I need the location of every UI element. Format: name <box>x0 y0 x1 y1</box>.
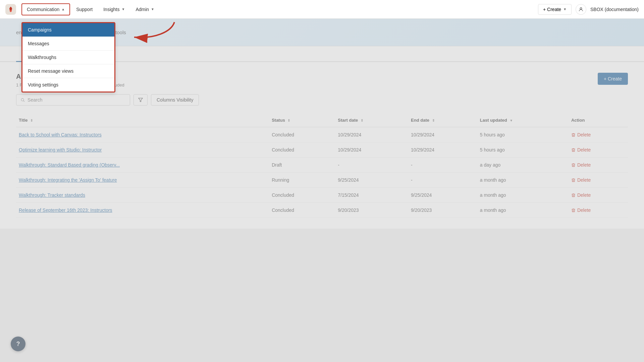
filter-icon <box>138 97 143 103</box>
delete-button-1[interactable]: Delete <box>571 147 591 153</box>
campaign-link-5[interactable]: Release of September 16th 2023: Instruct… <box>19 207 112 213</box>
navbar-create-label: + Create <box>543 7 561 12</box>
cell-status-0: Concluded <box>269 127 335 142</box>
nav-items: Communication ▲ Campaigns Messages Walkt… <box>21 3 538 15</box>
cell-updated-2: a day ago <box>477 158 569 173</box>
cell-updated-4: a month ago <box>477 188 569 203</box>
navbar-create-button[interactable]: + Create ▼ <box>538 4 572 15</box>
start-date-sort-icon[interactable]: ⇕ <box>361 119 363 122</box>
dropdown-item-voting-settings[interactable]: Voting settings <box>22 78 114 92</box>
table-row: Release of September 16th 2023: Instruct… <box>16 203 628 218</box>
th-title: Title ⇕ <box>16 114 269 127</box>
status-sort-icon[interactable]: ⇕ <box>287 119 290 122</box>
nav-item-insights[interactable]: Insights ▼ <box>99 4 129 15</box>
cell-title-4: Walkthrough: Tracker standards <box>16 188 269 203</box>
communication-label: Communication <box>27 7 59 12</box>
table-row: Walkthrough: Integrating the 'Assign To'… <box>16 173 628 188</box>
nav-item-support[interactable]: Support <box>71 4 97 15</box>
user-icon-button[interactable] <box>576 4 586 15</box>
campaign-link-2[interactable]: Walkthrough: Standard Based grading (Obs… <box>19 162 120 168</box>
trash-icon <box>571 193 576 197</box>
org-label: SBOX (documentation) <box>590 7 639 12</box>
insights-chevron: ▼ <box>121 7 125 11</box>
campaign-link-4[interactable]: Walkthrough: Tracker standards <box>19 192 85 198</box>
dropdown-walkthroughs-label: Walkthroughs <box>28 55 56 60</box>
svg-point-0 <box>580 7 582 9</box>
title-sort-icon[interactable]: ⇕ <box>30 119 33 122</box>
cell-title-2: Walkthrough: Standard Based grading (Obs… <box>16 158 269 173</box>
cell-updated-5: a month ago <box>477 203 569 218</box>
cell-status-3: Running <box>269 173 335 188</box>
campaign-link-3[interactable]: Walkthrough: Integrating the 'Assign To'… <box>19 177 117 183</box>
app-logo[interactable] <box>5 4 16 15</box>
delete-button-4[interactable]: Delete <box>571 192 591 198</box>
cell-start-1: 10/29/2024 <box>335 142 408 158</box>
table-row: Back to School with Canvas: Instructors … <box>16 127 628 142</box>
cell-end-5: 9/20/2023 <box>408 203 477 218</box>
navbar-create-chevron: ▼ <box>563 7 567 11</box>
nav-item-communication[interactable]: Communication ▲ <box>21 3 70 15</box>
table-row: Walkthrough: Standard Based grading (Obs… <box>16 158 628 173</box>
trash-icon <box>571 148 576 152</box>
th-end-date: End date ⇕ <box>408 114 477 127</box>
cell-action-2: Delete <box>569 158 628 173</box>
dropdown-item-messages[interactable]: Messages <box>22 37 114 51</box>
cell-title-5: Release of September 16th 2023: Instruct… <box>16 203 269 218</box>
search-icon <box>20 98 25 102</box>
create-campaign-label: + Create <box>604 76 622 81</box>
cell-action-0: Delete <box>569 127 628 142</box>
delete-button-2[interactable]: Delete <box>571 162 591 168</box>
last-updated-sort-icon[interactable]: ▼ <box>509 119 513 122</box>
trash-icon <box>571 208 576 213</box>
end-date-sort-icon[interactable]: ⇕ <box>432 119 435 122</box>
cell-end-4: 9/25/2024 <box>408 188 477 203</box>
cell-end-3: - <box>408 173 477 188</box>
cell-updated-3: a month ago <box>477 173 569 188</box>
create-campaign-button[interactable]: + Create <box>598 73 628 85</box>
svg-point-2 <box>21 99 24 101</box>
svg-marker-4 <box>139 98 143 102</box>
cell-action-4: Delete <box>569 188 628 203</box>
cell-end-0: 10/29/2024 <box>408 127 477 142</box>
cell-start-0: 10/29/2024 <box>335 127 408 142</box>
filter-button[interactable] <box>133 94 148 106</box>
delete-button-0[interactable]: Delete <box>571 132 591 137</box>
cell-status-2: Draft <box>269 158 335 173</box>
search-filter-bar: Columns Visibility <box>16 94 628 106</box>
columns-visibility-button[interactable]: Columns Visibility <box>151 94 199 106</box>
search-input[interactable] <box>28 97 126 103</box>
cell-action-1: Delete <box>569 142 628 158</box>
th-action: Action <box>569 114 628 127</box>
table-header: Title ⇕ Status ⇕ Start date ⇕ End date ⇕ <box>16 114 628 127</box>
dropdown-messages-label: Messages <box>28 41 49 46</box>
cell-end-2: - <box>408 158 477 173</box>
support-label: Support <box>76 7 93 12</box>
campaign-link-0[interactable]: Back to School with Canvas: Instructors <box>19 132 102 137</box>
table-row: Optimize learning with Studio: Instructo… <box>16 142 628 158</box>
cell-action-3: Delete <box>569 173 628 188</box>
cell-start-2: - <box>335 158 408 173</box>
cell-title-0: Back to School with Canvas: Instructors <box>16 127 269 142</box>
cell-start-4: 7/15/2024 <box>335 188 408 203</box>
th-status: Status ⇕ <box>269 114 335 127</box>
cell-title-1: Optimize learning with Studio: Instructo… <box>16 142 269 158</box>
navbar-right: + Create ▼ SBOX (documentation) <box>538 4 639 15</box>
dropdown-item-campaigns[interactable]: Campaigns <box>22 23 114 37</box>
campaign-link-1[interactable]: Optimize learning with Studio: Instructo… <box>19 147 102 153</box>
delete-button-3[interactable]: Delete <box>571 177 591 183</box>
campaigns-tbody: Back to School with Canvas: Instructors … <box>16 127 628 218</box>
cell-updated-0: 5 hours ago <box>477 127 569 142</box>
communication-chevron: ▲ <box>61 7 65 11</box>
delete-button-5[interactable]: Delete <box>571 207 591 213</box>
nav-item-admin[interactable]: Admin ▼ <box>131 4 159 15</box>
svg-line-3 <box>23 101 24 102</box>
trash-icon <box>571 163 576 167</box>
trash-icon <box>571 133 576 137</box>
communication-nav-wrapper: Communication ▲ Campaigns Messages Walkt… <box>21 3 70 15</box>
cell-end-1: 10/29/2024 <box>408 142 477 158</box>
dropdown-item-reset-message-views[interactable]: Reset message views <box>22 64 114 78</box>
communication-dropdown: Campaigns Messages Walkthroughs Reset me… <box>21 22 115 93</box>
admin-chevron: ▼ <box>151 7 154 11</box>
dropdown-item-walkthroughs[interactable]: Walkthroughs <box>22 51 114 64</box>
cell-title-3: Walkthrough: Integrating the 'Assign To'… <box>16 173 269 188</box>
